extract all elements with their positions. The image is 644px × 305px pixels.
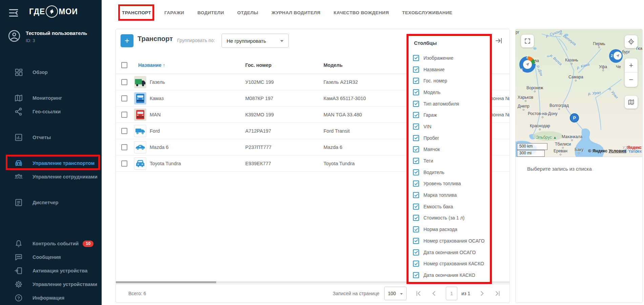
column-toggle-уровень-топлива[interactable]: Уровень топлива: [409, 178, 490, 190]
column-toggle-изображение[interactable]: Изображение: [409, 52, 490, 64]
row-checkbox[interactable]: [121, 79, 127, 85]
column-toggle-vin[interactable]: VIN: [409, 121, 490, 132]
checkbox-checked-icon[interactable]: [413, 180, 419, 187]
column-toggle-марка-топлива[interactable]: Марка топлива: [409, 189, 490, 201]
checkbox-checked-icon[interactable]: [413, 226, 419, 232]
sidebar-item-gear[interactable]: Управление устройствами: [0, 278, 102, 291]
tab-транспорт[interactable]: ТРАНСПОРТ: [122, 10, 151, 15]
sidebar-item-dashboard[interactable]: Обзор: [0, 65, 102, 79]
tab-качество-вождения[interactable]: КАЧЕСТВО ВОЖДЕНИЯ: [334, 10, 389, 15]
column-toggle-label: Теги: [423, 158, 433, 164]
sidebar-item-share[interactable]: Гео-ссылки: [0, 105, 102, 118]
checkbox-checked-icon[interactable]: [413, 272, 419, 278]
checkbox-checked-icon[interactable]: [413, 89, 419, 95]
sidebar-item-chat[interactable]: Сообщения: [0, 250, 102, 264]
column-toggle-дата-окончания-осаго[interactable]: Дата окончания ОСАГО: [409, 247, 490, 258]
scrollbar-thumb[interactable]: [116, 281, 216, 283]
user-block[interactable]: Тестовый пользователь ID: 3: [7, 29, 87, 43]
sidebar-item-map[interactable]: Мониторинг: [0, 91, 102, 105]
row-checkbox[interactable]: [121, 160, 127, 167]
page-number-input[interactable]: 1: [446, 287, 457, 300]
first-page-button[interactable]: [415, 290, 422, 297]
row-checkbox[interactable]: [121, 144, 127, 150]
tab-техобслуживание[interactable]: ТЕХОБСЛУЖИВАНИЕ: [402, 10, 452, 15]
map-attribution: © Яндекс Условия: [588, 149, 626, 153]
column-toggle-теги[interactable]: Теги: [409, 155, 490, 167]
checkbox-checked-icon[interactable]: [413, 101, 419, 107]
cell-model: Газель A21R32: [324, 79, 358, 85]
sidebar-item-dispatcher[interactable]: Диспетчер: [0, 196, 102, 209]
zoom-out-button[interactable]: −: [625, 73, 638, 87]
gear-icon: [14, 280, 23, 289]
checkbox-checked-icon[interactable]: [413, 123, 419, 130]
column-toggle-label: Гараж: [423, 112, 437, 118]
sidebar-item-people[interactable]: Управление сотрудниками: [0, 170, 102, 184]
last-page-button[interactable]: [494, 290, 501, 297]
tab-журнал-водителя[interactable]: ЖУРНАЛ ВОДИТЕЛЯ: [271, 10, 320, 15]
fullscreen-button[interactable]: [521, 35, 534, 47]
menu-toggle-icon[interactable]: [8, 7, 19, 18]
column-header-name[interactable]: Название↑: [138, 62, 165, 68]
row-checkbox[interactable]: [121, 112, 127, 118]
sidebar-item-bell[interactable]: Контроль событий10: [0, 237, 102, 250]
tab-гаражи[interactable]: ГАРАЖИ: [164, 10, 184, 15]
column-toggle-водитель[interactable]: Водитель: [409, 167, 490, 178]
column-header-plate[interactable]: Гос. номер: [245, 62, 271, 68]
map-view[interactable]: ргПермьТюмбургКазаньЧеваУфаСамараВоронеж…: [516, 29, 642, 157]
group-by-select[interactable]: Не группировать: [222, 34, 289, 48]
column-toggle-гос-номер[interactable]: Гос. номер: [409, 75, 490, 87]
map-layers-button[interactable]: [625, 96, 638, 109]
yandex-logo[interactable]: Яндекс © Yandex: [624, 146, 642, 153]
prev-page-button[interactable]: [430, 290, 438, 297]
checkbox-checked-icon[interactable]: [413, 112, 419, 118]
terms-link[interactable]: Условия: [609, 149, 626, 153]
checkbox-checked-icon[interactable]: [413, 66, 419, 73]
column-toggle-номер-страхования-каско[interactable]: Номер страхования КАСКО: [409, 258, 490, 269]
checkbox-checked-icon[interactable]: [413, 135, 419, 141]
collapse-panel-icon[interactable]: [495, 37, 503, 45]
map-point-marker[interactable]: Р: [570, 113, 579, 122]
column-toggle-модель[interactable]: Модель: [409, 87, 490, 98]
locate-button[interactable]: [625, 35, 638, 48]
add-vehicle-button[interactable]: +: [121, 34, 133, 47]
checkbox-checked-icon[interactable]: [413, 204, 419, 210]
checkbox-checked-icon[interactable]: [413, 146, 419, 152]
column-toggle-название[interactable]: Название: [409, 64, 490, 75]
checkbox-checked-icon[interactable]: [413, 249, 419, 255]
cell-plate: К392МО 199: [245, 112, 274, 117]
zoom-in-button[interactable]: +: [625, 58, 638, 73]
column-toggle-емкость-бака[interactable]: Емкость бака: [409, 201, 490, 212]
column-toggle-дата-окончания-каско[interactable]: Дата окончания КАСКО: [409, 269, 490, 281]
next-page-button[interactable]: [478, 290, 486, 297]
checkbox-checked-icon[interactable]: [413, 78, 419, 84]
column-toggle-гараж[interactable]: Гараж: [409, 109, 490, 121]
map-cluster-right[interactable]: 2: [609, 49, 623, 63]
row-checkbox[interactable]: [121, 128, 127, 134]
checkbox-checked-icon[interactable]: [413, 261, 419, 267]
column-toggle-стоимость-за-1-л-[interactable]: Стоимость (за 1 л): [409, 212, 490, 224]
sidebar-item-info[interactable]: ?Информация: [0, 291, 102, 305]
column-toggle-пробег[interactable]: Пробег: [409, 132, 490, 144]
column-toggle-маячок[interactable]: Маячок: [409, 144, 490, 155]
select-all-checkbox[interactable]: [121, 62, 127, 68]
checkbox-checked-icon[interactable]: [413, 192, 419, 198]
per-page-select[interactable]: 100: [384, 287, 407, 300]
column-toggle-норма-расхода[interactable]: Норма расхода: [409, 224, 490, 235]
sidebar-item-report[interactable]: Отчеты: [0, 131, 102, 144]
cell-plate: Р237ПТ777: [245, 145, 271, 150]
column-toggle-номер-страхования-осаго[interactable]: Номер страхования ОСАГО: [409, 235, 490, 247]
checkbox-checked-icon[interactable]: [413, 215, 419, 221]
column-toggle-тип-автомобиля[interactable]: Тип автомобиля: [409, 98, 490, 110]
sidebar-item-car[interactable]: Управление транспортом: [0, 156, 102, 170]
column-header-model[interactable]: Модель: [324, 62, 342, 68]
checkbox-checked-icon[interactable]: [413, 238, 419, 244]
map-label-city: Воронеж: [526, 85, 543, 92]
checkbox-checked-icon[interactable]: [413, 158, 419, 164]
row-checkbox[interactable]: [121, 95, 127, 101]
sidebar-item-activation[interactable]: Активация устройства: [0, 264, 102, 278]
checkbox-checked-icon[interactable]: [413, 55, 419, 61]
tab-водители[interactable]: ВОДИТЕЛИ: [198, 10, 224, 15]
checkbox-checked-icon[interactable]: [413, 169, 419, 175]
tab-отделы[interactable]: ОТДЕЛЫ: [237, 10, 258, 15]
map-cluster-left[interactable]: 216: [519, 56, 536, 73]
